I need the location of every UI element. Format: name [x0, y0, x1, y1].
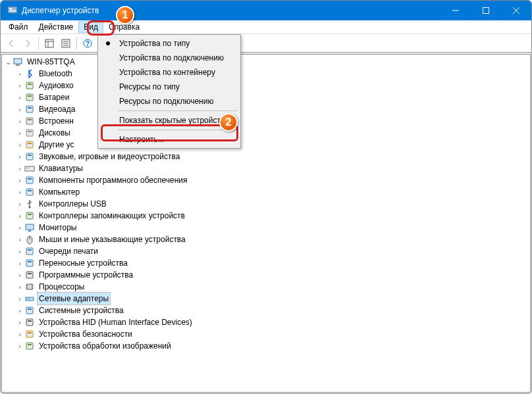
expand-icon[interactable]: ›: [15, 127, 24, 139]
show-console-tree-button[interactable]: [41, 36, 57, 51]
tree-item-label: Bluetooth: [38, 68, 74, 80]
svg-rect-45: [26, 212, 33, 219]
tree-item[interactable]: ›Батареи: [3, 91, 530, 103]
dd-resources-by-type[interactable]: Ресурсы по типу: [99, 80, 239, 94]
svg-rect-30: [26, 130, 33, 136]
expand-icon[interactable]: ›: [15, 316, 24, 328]
collapse-icon[interactable]: ⌄: [3, 56, 13, 68]
expand-icon[interactable]: ›: [15, 210, 24, 222]
portable-icon: [24, 258, 35, 268]
device-tree[interactable]: ⌄ WIN-85TTQA ›Bluetooth›Аудиовхо›Батареи…: [2, 55, 530, 353]
help-button[interactable]: ?: [80, 36, 95, 51]
expand-icon[interactable]: ›: [15, 186, 24, 198]
svg-rect-41: [28, 178, 32, 180]
tree-item[interactable]: ›Системные устройства: [3, 305, 530, 316]
expand-icon[interactable]: ›: [15, 139, 24, 151]
svg-rect-55: [26, 272, 33, 278]
tree-item[interactable]: ›Переносные устройства: [3, 257, 530, 269]
svg-rect-29: [28, 119, 32, 120]
expand-icon[interactable]: ›: [15, 328, 24, 340]
titlebar[interactable]: Диспетчер устройств: [1, 1, 531, 20]
menu-view[interactable]: Вид: [78, 21, 103, 33]
svg-rect-56: [28, 273, 32, 274]
expand-icon[interactable]: ›: [15, 305, 24, 316]
expand-icon[interactable]: ›: [15, 257, 24, 269]
expand-icon[interactable]: ›: [15, 151, 24, 162]
svg-rect-26: [26, 106, 33, 112]
tree-item[interactable]: ›Другие ус: [3, 139, 530, 151]
expand-icon[interactable]: ›: [15, 91, 24, 103]
expand-icon[interactable]: ›: [15, 174, 24, 186]
svg-rect-5: [483, 8, 489, 14]
tree-item[interactable]: ›Аудиовхо: [3, 80, 530, 91]
svg-rect-23: [28, 84, 32, 85]
computer-icon: [24, 187, 35, 197]
expand-icon[interactable]: ›: [15, 162, 24, 174]
tree-item[interactable]: ›Мониторы: [3, 222, 530, 234]
svg-rect-32: [26, 141, 33, 148]
menu-action[interactable]: Действие: [34, 21, 79, 33]
display-icon: [24, 104, 35, 114]
window-title: Диспетчер устройств: [22, 6, 99, 15]
tree-item[interactable]: ›Очереди печати: [3, 245, 530, 257]
dd-devices-by-container[interactable]: Устройства по контейнеру: [99, 65, 239, 80]
storage-icon: [24, 210, 35, 221]
expand-icon[interactable]: ›: [15, 234, 24, 245]
expand-icon[interactable]: ›: [15, 198, 24, 210]
disk-icon: [24, 128, 35, 138]
tree-item[interactable]: ›Устройства безопасности: [3, 328, 530, 340]
tree-item[interactable]: ›Звуковые, игровые и видеоустройства: [3, 151, 530, 162]
tree-item-label: Устройства безопасности: [38, 328, 134, 340]
dd-show-hidden[interactable]: Показать скрытые устройства: [99, 113, 239, 128]
dd-resources-by-connection[interactable]: Ресурсы по подключению: [99, 94, 239, 109]
maximize-button[interactable]: [471, 1, 501, 20]
menu-file[interactable]: Файл: [3, 21, 34, 33]
svg-rect-33: [28, 143, 32, 144]
tree-item[interactable]: ›Устройства HID (Human Interface Devices…: [3, 316, 530, 328]
tree-item-label: Клавиатуры: [38, 162, 84, 174]
dd-customize[interactable]: Настроить...: [99, 132, 239, 147]
toolbar-separator: [38, 37, 39, 50]
tree-item[interactable]: ›Контроллеры USB: [3, 198, 530, 210]
tree-item[interactable]: ›Компьютер: [3, 186, 530, 198]
svg-rect-68: [28, 320, 32, 322]
svg-point-44: [29, 207, 31, 209]
tree-item[interactable]: ›Клавиатуры: [3, 162, 530, 174]
svg-rect-40: [26, 177, 33, 184]
tree-item[interactable]: ›Дисковы: [3, 127, 530, 139]
tree-item[interactable]: ›Программные устройства: [3, 269, 530, 281]
bluetooth-icon: [24, 68, 35, 79]
expand-icon[interactable]: ›: [15, 293, 24, 305]
expand-icon[interactable]: ›: [15, 80, 24, 91]
tree-item[interactable]: ›Устройства обработки изображений: [3, 340, 530, 352]
forward-button[interactable]: [20, 36, 36, 51]
tree-item[interactable]: ›Видеоада: [3, 103, 530, 115]
svg-rect-27: [28, 107, 32, 109]
expand-icon[interactable]: ›: [15, 340, 24, 352]
tree-item[interactable]: ›Мыши и иные указывающие устройства: [3, 234, 530, 245]
expand-icon[interactable]: ›: [15, 222, 24, 234]
expand-icon[interactable]: ›: [15, 281, 24, 293]
tree-item-label: Сетевые адаптеры: [38, 293, 110, 305]
back-button[interactable]: [3, 36, 19, 51]
properties-button[interactable]: [58, 36, 74, 51]
svg-rect-37: [26, 168, 27, 168]
close-button[interactable]: [501, 1, 531, 20]
tree-item-label: Переносные устройства: [38, 257, 129, 269]
expand-icon[interactable]: ›: [15, 245, 24, 257]
expand-icon[interactable]: ›: [15, 103, 24, 115]
expand-icon[interactable]: ›: [15, 68, 24, 80]
dd-devices-by-connection[interactable]: Устройства по подключению: [99, 51, 239, 65]
dd-devices-by-type[interactable]: Устройства по типу: [99, 36, 239, 51]
expand-icon[interactable]: ›: [15, 269, 24, 281]
tree-item[interactable]: ›Контроллеры запоминающих устройств: [3, 210, 530, 222]
minimize-button[interactable]: [440, 1, 471, 20]
tree-root[interactable]: ⌄ WIN-85TTQA: [3, 56, 530, 68]
tree-item[interactable]: ›Процессоры: [3, 281, 530, 293]
tree-item[interactable]: ›Встроенн: [3, 115, 530, 127]
expand-icon[interactable]: ›: [15, 115, 24, 127]
tree-item[interactable]: ›Компоненты программного обеспечения: [3, 174, 530, 186]
tree-item[interactable]: ›Сетевые адаптеры: [3, 293, 530, 305]
tree-item[interactable]: ›Bluetooth: [3, 68, 530, 80]
svg-rect-35: [28, 155, 32, 156]
